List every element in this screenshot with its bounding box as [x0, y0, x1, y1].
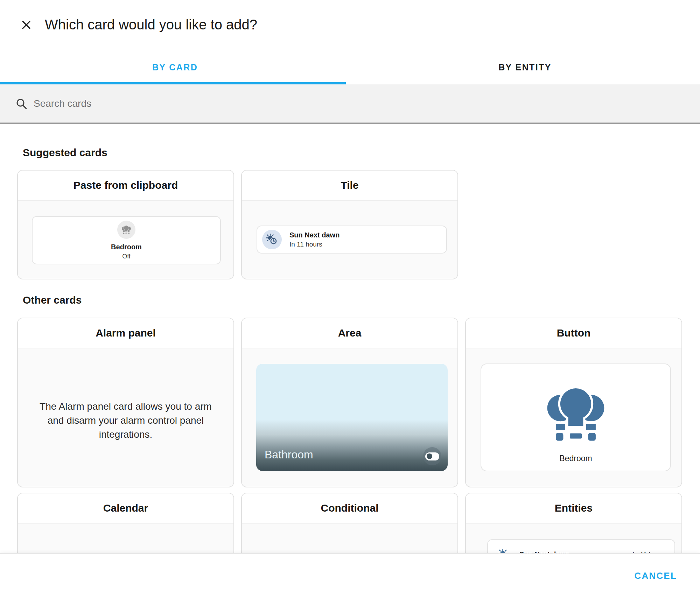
- light-group-icon: [117, 221, 135, 239]
- card-option-paste-from-clipboard[interactable]: Paste from clipboard: [17, 170, 234, 279]
- entities-card-preview: Sun Next dawn In 11 hours: [487, 539, 675, 553]
- sun-clock-icon: [262, 230, 282, 249]
- other-cards-heading: Other cards: [23, 294, 82, 306]
- card-gallery: Suggested cards Paste from clipboard: [0, 124, 700, 553]
- card-option-conditional[interactable]: Conditional: [241, 493, 458, 553]
- entity-name: Bedroom: [111, 243, 142, 251]
- tile-entity-state: In 11 hours: [289, 241, 340, 248]
- suggested-cards-row: Paste from clipboard: [17, 170, 458, 279]
- card-title: Tile: [242, 171, 457, 201]
- card-preview-area: [18, 524, 233, 553]
- tile-entity-name: Sun Next dawn: [289, 231, 340, 239]
- card-option-entities[interactable]: Entities: [465, 493, 682, 553]
- other-cards-row-2: Calendar Conditional Entities: [17, 493, 682, 553]
- dialog-title: Which card would you like to add?: [45, 17, 257, 33]
- card-option-alarm-panel[interactable]: Alarm panel The Alarm panel card allows …: [17, 318, 234, 487]
- card-description: The Alarm panel card allows you to arm a…: [31, 400, 220, 442]
- tab-by-card[interactable]: BY CARD: [0, 50, 350, 84]
- entity-state: Off: [122, 253, 131, 260]
- card-preview-area: Sun Next dawn In 11 hours: [466, 524, 681, 553]
- card-title: Area: [242, 318, 457, 348]
- entities-row-state: In 11 hours: [632, 551, 665, 553]
- card-option-button[interactable]: Button: [465, 318, 682, 487]
- cancel-button[interactable]: CANCEL: [634, 570, 677, 581]
- card-title: Paste from clipboard: [18, 171, 233, 201]
- close-icon[interactable]: [19, 18, 34, 32]
- entities-row-name: Sun Next dawn: [519, 550, 569, 553]
- search-bar: [0, 84, 700, 124]
- add-card-dialog: { "colors": { "accent": "#1da9ec", "butt…: [0, 0, 700, 596]
- card-preview-area: Bathroom: [242, 348, 457, 486]
- card-title: Conditional: [242, 493, 457, 524]
- card-option-tile[interactable]: Tile: [241, 170, 458, 279]
- dialog-header: Which card would you like to add?: [0, 0, 700, 50]
- area-name: Bathroom: [265, 448, 313, 461]
- card-title: Entities: [466, 493, 681, 524]
- card-preview-area: Sun Next dawn In 11 hours: [242, 201, 457, 278]
- sun-clock-icon: [498, 548, 512, 553]
- area-card-preview: Bathroom: [256, 364, 448, 471]
- tile-card-preview: Sun Next dawn In 11 hours: [257, 226, 447, 254]
- card-preview-area: Bedroom Off: [18, 201, 233, 278]
- other-cards-row-1: Alarm panel The Alarm panel card allows …: [17, 318, 682, 487]
- card-preview-area: [242, 524, 457, 553]
- clipboard-card-preview: Bedroom Off: [32, 216, 221, 264]
- area-toggle-button[interactable]: [423, 447, 441, 465]
- dialog-footer: CANCEL: [0, 553, 700, 596]
- card-title: Alarm panel: [18, 318, 233, 348]
- search-icon: [15, 98, 28, 112]
- card-title: Calendar: [18, 493, 233, 524]
- card-title: Button: [466, 318, 681, 348]
- search-input[interactable]: [34, 84, 594, 123]
- button-card-preview: Bedroom: [481, 363, 671, 471]
- tab-by-entity[interactable]: BY ENTITY: [350, 50, 700, 84]
- light-group-icon: [542, 384, 609, 444]
- card-option-area[interactable]: Area Bathroom: [241, 318, 458, 487]
- button-entity-name: Bedroom: [481, 454, 670, 463]
- card-option-calendar[interactable]: Calendar: [17, 493, 234, 553]
- toggle-icon: [425, 452, 439, 460]
- card-preview-area: Bedroom: [466, 348, 681, 486]
- card-preview-area: The Alarm panel card allows you to arm a…: [18, 348, 233, 486]
- tab-bar: BY CARD BY ENTITY: [0, 50, 700, 84]
- suggested-cards-heading: Suggested cards: [23, 147, 107, 159]
